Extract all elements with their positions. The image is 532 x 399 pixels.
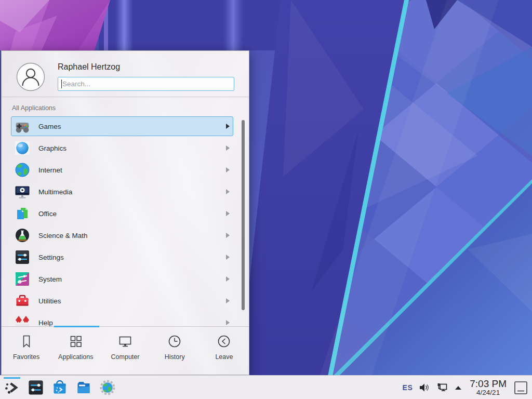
application-launcher-popup: Raphael Hertzog All Applications Games bbox=[1, 50, 249, 375]
history-clock-icon bbox=[167, 334, 182, 349]
tab-favorites[interactable]: Favorites bbox=[2, 334, 51, 375]
category-row-utilities[interactable]: Utilities bbox=[11, 291, 233, 311]
tab-history[interactable]: History bbox=[150, 334, 200, 375]
multimedia-icon bbox=[14, 183, 31, 200]
taskbar-app-file-manager[interactable] bbox=[75, 379, 92, 396]
header-divider bbox=[2, 97, 249, 97]
clock-time: 7:03 PM bbox=[470, 379, 507, 389]
help-icon bbox=[14, 314, 31, 327]
tab-computer[interactable]: Computer bbox=[100, 334, 150, 375]
category-row-games[interactable]: Games bbox=[11, 116, 233, 136]
submenu-arrow-icon bbox=[225, 167, 230, 172]
category-label: Help bbox=[38, 319, 53, 327]
taskbar-app-system-settings[interactable] bbox=[28, 379, 44, 396]
list-scrollbar[interactable] bbox=[242, 120, 245, 310]
office-icon bbox=[14, 205, 31, 222]
tab-label: Applications bbox=[58, 353, 93, 361]
tab-leave[interactable]: Leave bbox=[200, 334, 249, 375]
category-label: System bbox=[38, 275, 62, 283]
expand-tray-icon[interactable] bbox=[454, 385, 462, 390]
submenu-arrow-icon bbox=[225, 255, 230, 260]
user-name: Raphael Hertzog bbox=[58, 62, 120, 72]
discover-icon bbox=[51, 379, 68, 396]
category-label: Internet bbox=[38, 166, 62, 174]
category-label: Games bbox=[38, 123, 61, 130]
category-row-office[interactable]: Office bbox=[11, 204, 233, 223]
taskbar-app-launcher[interactable] bbox=[4, 379, 20, 396]
active-task-indicator bbox=[4, 377, 20, 379]
clock-date: 4/24/21 bbox=[476, 389, 500, 396]
category-label: Utilities bbox=[38, 297, 61, 305]
file-manager-folder-icon bbox=[75, 379, 92, 396]
category-label: Multimedia bbox=[38, 188, 72, 196]
tab-label: History bbox=[165, 353, 185, 361]
category-row-multimedia[interactable]: Multimedia bbox=[11, 182, 233, 202]
volume-icon[interactable] bbox=[419, 382, 430, 393]
category-label: Settings bbox=[38, 254, 64, 261]
keyboard-layout-indicator[interactable]: ES bbox=[403, 383, 413, 392]
category-row-graphics[interactable]: Graphics bbox=[11, 138, 233, 158]
leave-icon bbox=[217, 334, 231, 349]
submenu-arrow-icon bbox=[225, 211, 230, 216]
show-desktop-button[interactable] bbox=[514, 381, 528, 395]
system-icon bbox=[14, 271, 31, 287]
category-row-settings[interactable]: Settings bbox=[11, 247, 233, 267]
submenu-arrow-icon bbox=[225, 320, 230, 325]
system-settings-icon bbox=[28, 379, 44, 396]
submenu-arrow-icon bbox=[225, 233, 230, 238]
section-label: All Applications bbox=[12, 104, 56, 112]
search-input[interactable] bbox=[58, 77, 234, 91]
submenu-arrow-icon bbox=[225, 276, 230, 282]
launcher-footer: Favorites Applications bbox=[2, 326, 249, 375]
graphics-icon bbox=[14, 140, 31, 156]
tab-label: Leave bbox=[215, 353, 233, 361]
submenu-arrow-icon bbox=[225, 124, 230, 129]
category-list: Games Graphics bbox=[2, 116, 249, 327]
application-launcher-icon bbox=[4, 379, 20, 396]
user-avatar[interactable] bbox=[16, 62, 45, 91]
text-caret bbox=[61, 79, 62, 88]
desktop: Raphael Hertzog All Applications Games bbox=[0, 0, 532, 399]
category-row-internet[interactable]: Internet bbox=[11, 160, 233, 180]
computer-icon bbox=[118, 334, 132, 349]
category-label: Office bbox=[38, 210, 57, 218]
category-row-system[interactable]: System bbox=[11, 269, 233, 289]
category-label: Science & Math bbox=[38, 232, 88, 240]
active-tab-indicator bbox=[54, 326, 99, 327]
submenu-arrow-icon bbox=[225, 189, 230, 194]
internet-icon bbox=[14, 162, 31, 178]
category-label: Graphics bbox=[38, 144, 66, 152]
category-row-science-math[interactable]: Science & Math bbox=[11, 225, 233, 245]
tab-label: Computer bbox=[111, 353, 140, 361]
category-row-help[interactable]: Help bbox=[11, 313, 233, 327]
science-icon bbox=[14, 227, 31, 244]
taskbar-app-discover[interactable] bbox=[51, 379, 68, 396]
network-wired-icon[interactable] bbox=[436, 382, 448, 393]
taskbar-app-web-browser[interactable] bbox=[99, 379, 116, 396]
submenu-arrow-icon bbox=[225, 298, 230, 303]
utilities-icon bbox=[14, 292, 31, 309]
settings-icon bbox=[14, 249, 31, 265]
tab-label: Favorites bbox=[13, 353, 39, 361]
taskbar-panel: ES 7:03 PM 4/24/21 bbox=[0, 375, 532, 399]
games-icon bbox=[14, 118, 31, 135]
submenu-arrow-icon bbox=[225, 145, 230, 151]
applications-grid-icon bbox=[69, 334, 83, 349]
web-browser-globe-icon bbox=[99, 379, 116, 396]
digital-clock[interactable]: 7:03 PM 4/24/21 bbox=[470, 379, 507, 396]
tab-applications[interactable]: Applications bbox=[51, 334, 100, 375]
bookmark-icon bbox=[19, 334, 34, 349]
